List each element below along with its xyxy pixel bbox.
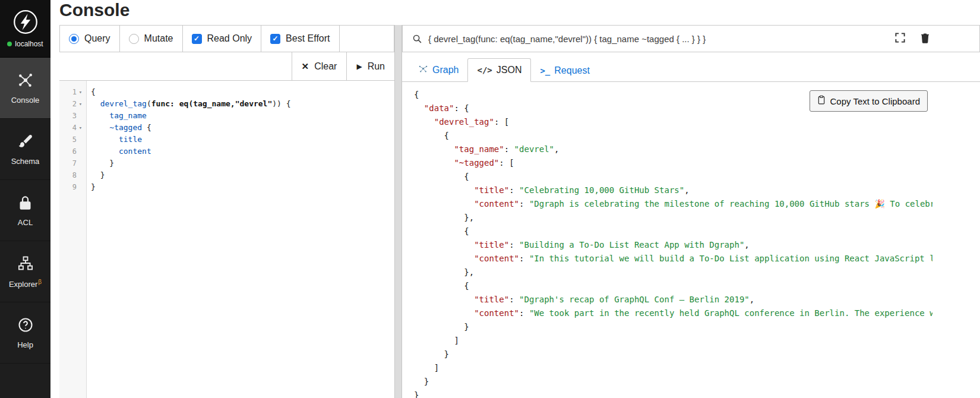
dgraph-logo-icon (12, 9, 39, 37)
tab-label: JSON (497, 65, 522, 75)
json-line: "content": "In this tutorial we will bui… (414, 252, 932, 266)
json-line: { (414, 279, 932, 293)
checkbox-read-only[interactable]: ✓Read Only (183, 26, 262, 52)
gutter-line: 4▾ (59, 122, 86, 134)
gutter-line: 6 (59, 146, 86, 157)
editor-line-1[interactable]: { (91, 86, 291, 98)
editor-line-9[interactable]: } (91, 181, 291, 193)
line-number: 1 (66, 86, 77, 98)
json-line: { (414, 225, 932, 238)
sidebar-logo-block[interactable]: localhost (0, 0, 50, 58)
json-line: "title": "Dgraph's recap of GraphQL Conf… (414, 293, 932, 307)
editor-line-4[interactable]: ~tagged { (91, 122, 291, 134)
checkbox-best-effort[interactable]: ✓Best Effort (261, 26, 339, 52)
gutter-line: 1▾ (59, 86, 86, 98)
sidebar-item-help[interactable]: Help (0, 302, 50, 364)
json-line: } (414, 375, 932, 388)
editor-line-3[interactable]: tag_name (91, 110, 291, 122)
editor-actionbar: ✕ Clear ▶ Run (59, 52, 394, 81)
connection-host[interactable]: localhost (7, 40, 43, 48)
query-editor[interactable]: 1▾2▾34▾56789 { devrel_tag(func: eq(tag_n… (59, 81, 394, 398)
delete-query-button[interactable] (920, 32, 930, 45)
json-line: { (414, 170, 932, 184)
sidebar-item-schema[interactable]: Schema (0, 119, 50, 180)
query-toolbar: QueryMutate✓Read Only✓Best Effort (59, 25, 394, 52)
line-number: 4 (66, 122, 77, 134)
checkbox-icon: ✓ (270, 34, 280, 44)
sidebar-item-console[interactable]: Console (0, 58, 50, 119)
mode-radio-mutate[interactable]: Mutate (120, 26, 183, 52)
trash-icon (920, 32, 930, 45)
checkbox-icon: ✓ (192, 34, 202, 44)
play-icon: ▶ (356, 62, 362, 71)
mode-radio-query[interactable]: Query (60, 26, 120, 52)
sidebar-item-label: ACL (18, 218, 33, 227)
schema-brush-icon (17, 132, 34, 150)
json-line: } (414, 348, 932, 361)
tab-json[interactable]: </>JSON (467, 58, 531, 82)
console-graph-icon (17, 71, 34, 89)
clear-button[interactable]: ✕ Clear (292, 52, 347, 80)
json-line: "content": "We took part in the recently… (414, 307, 932, 320)
line-number: 7 (66, 157, 77, 169)
graph-network-icon (418, 64, 428, 76)
editor-line-8[interactable]: } (91, 169, 291, 181)
checkbox-label: Best Effort (286, 33, 330, 44)
editor-line-6[interactable]: content (91, 146, 291, 157)
fold-arrow-icon[interactable]: ▾ (77, 122, 84, 134)
search-icon (412, 34, 422, 44)
sidebar-item-explorer[interactable]: Explorerβ (0, 241, 50, 302)
panel-splitter[interactable] (394, 25, 402, 398)
fullscreen-button[interactable] (894, 32, 906, 45)
line-number: 5 (66, 134, 77, 146)
querybar-actions (894, 32, 979, 45)
json-line: "devrel_tag": [ (414, 115, 932, 129)
run-button-label: Run (368, 61, 385, 72)
json-line: }, (414, 211, 932, 225)
json-line: ] (414, 334, 932, 348)
beta-badge: β (38, 279, 42, 285)
ratel-console-screen: localhost ConsoleSchemaACLExplorerβHelp … (0, 0, 980, 398)
json-output-area: Copy Text to Clipboard { "data": { "devr… (402, 82, 980, 398)
editor-line-7[interactable]: } (91, 157, 291, 169)
tab-label: Request (554, 65, 590, 76)
request-terminal-icon: >_ (540, 65, 550, 76)
tab-label: Graph (432, 65, 459, 75)
json-line: "tag_name": "devrel", (414, 143, 932, 156)
json-line: ] (414, 361, 932, 375)
json-line: "title": "Building a To-Do List React Ap… (414, 238, 932, 252)
tab-request[interactable]: >_Request (531, 59, 598, 82)
explorer-sitemap-icon (17, 254, 34, 272)
json-line: "title": "Celebrating 10,000 GitHub Star… (414, 184, 932, 197)
fold-arrow-icon[interactable]: ▾ (77, 98, 84, 110)
sidebar-nav: ConsoleSchemaACLExplorerβHelp (0, 58, 50, 364)
line-number: 6 (66, 146, 77, 157)
json-line: } (414, 388, 932, 398)
copy-button-label: Copy Text to Clipboard (830, 96, 920, 106)
fold-arrow-icon[interactable]: ▾ (77, 86, 84, 98)
json-content[interactable]: { "data": { "devrel_tag": [ { "tag_name"… (414, 88, 932, 398)
result-tabs: Graph</>JSON>_Request (402, 52, 980, 82)
json-line: "content": "Dgraph is celebrating the mi… (414, 197, 932, 211)
sidebar-item-label: Console (11, 96, 40, 105)
sidebar-item-acl[interactable]: ACL (0, 180, 50, 241)
editor-line-5[interactable]: title (91, 134, 291, 146)
mode-label: Query (84, 33, 110, 44)
tab-graph[interactable]: Graph (409, 58, 467, 82)
mode-label: Mutate (144, 33, 173, 44)
gutter-line: 7 (59, 157, 86, 169)
copy-to-clipboard-button[interactable]: Copy Text to Clipboard (810, 90, 928, 112)
gutter-line: 8 (59, 169, 86, 181)
sidebar: localhost ConsoleSchemaACLExplorerβHelp (0, 0, 50, 398)
run-button[interactable]: ▶ Run (346, 52, 394, 80)
gutter-line: 3 (59, 110, 86, 122)
radio-icon (69, 34, 79, 44)
json-line: }, (414, 266, 932, 279)
sidebar-item-label: Help (17, 340, 33, 349)
json-line: "~tagged": [ (414, 156, 932, 170)
sidebar-item-label: Schema (11, 157, 40, 166)
editor-code[interactable]: { devrel_tag(func: eq(tag_name,"devrel")… (87, 81, 291, 398)
editor-line-2[interactable]: devrel_tag(func: eq(tag_name,"devrel")) … (91, 98, 291, 110)
fullscreen-icon (894, 32, 906, 45)
acl-lock-icon (17, 194, 33, 211)
